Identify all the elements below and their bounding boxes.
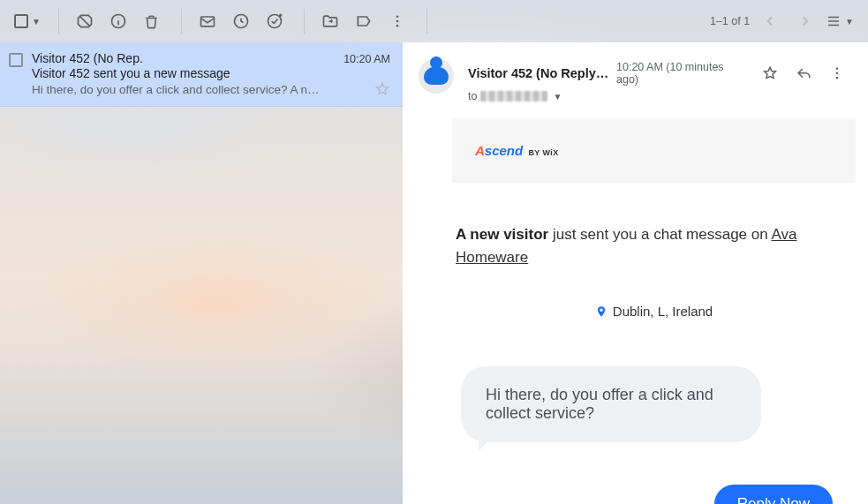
mark-unread-icon[interactable]: [191, 4, 224, 38]
star-icon[interactable]: [374, 81, 390, 97]
recipient-line[interactable]: to ▼: [468, 90, 852, 102]
location-pin-icon: [595, 305, 608, 319]
star-icon[interactable]: [755, 58, 785, 88]
delete-icon[interactable]: [135, 4, 169, 38]
chat-bubble: Hi there, do you offer a click and colle…: [461, 366, 761, 442]
labels-icon[interactable]: [347, 4, 381, 38]
row-sender: Visitor 452 (No Rep.: [32, 51, 143, 65]
svg-point-10: [396, 20, 399, 23]
svg-point-15: [836, 67, 839, 70]
header-time: 10:20 AM (10 minutes ago): [616, 61, 748, 86]
avatar: [419, 58, 454, 94]
visitor-location: Dublin, L, Ireland: [452, 304, 856, 319]
row-snippet: Hi there, do you offer a click and colle…: [32, 83, 323, 96]
snooze-icon[interactable]: [224, 4, 258, 38]
row-time: 10:20 AM: [343, 53, 390, 65]
move-to-icon[interactable]: [313, 4, 347, 38]
select-all-checkbox[interactable]: ▼: [9, 14, 46, 28]
reply-now-button[interactable]: Reply Now: [714, 485, 833, 504]
split-pane-toggle[interactable]: ▼: [820, 13, 859, 29]
svg-point-16: [836, 72, 839, 75]
message-header: Visitor 452 (No Reply)... 10:20 AM (10 m…: [403, 42, 868, 102]
message-row[interactable]: Visitor 452 (No Rep. 10:20 AM Visitor 45…: [0, 42, 403, 107]
reading-pane: Visitor 452 (No Reply)... 10:20 AM (10 m…: [403, 42, 868, 504]
svg-line-0: [79, 16, 90, 26]
svg-rect-4: [200, 17, 214, 26]
ascend-logo: Ascend BY WiX: [475, 143, 559, 158]
more-icon[interactable]: [381, 4, 414, 38]
brand-banner: Ascend BY WiX: [452, 118, 856, 183]
pager: 1–1 of 1: [710, 6, 820, 36]
prev-page-icon[interactable]: [755, 6, 785, 36]
svg-point-11: [396, 25, 399, 27]
next-page-icon[interactable]: [790, 6, 820, 36]
reply-icon[interactable]: [789, 58, 819, 88]
caret-down-icon: ▼: [845, 17, 854, 26]
row-checkbox[interactable]: [9, 53, 23, 67]
caret-down-icon: ▼: [553, 92, 562, 102]
toolbar: ▼ 1–1 of: [0, 0, 868, 42]
info-icon[interactable]: [102, 4, 135, 38]
message-list-pane: Visitor 452 (No Rep. 10:20 AM Visitor 45…: [0, 42, 403, 504]
caret-down-icon: ▼: [32, 17, 41, 26]
recipient-redacted: [480, 91, 547, 102]
svg-point-9: [396, 15, 399, 18]
row-subject: Visitor 452 sent you a new message: [32, 66, 390, 80]
to-prefix: to: [468, 90, 477, 102]
add-task-icon[interactable]: [258, 4, 291, 38]
report-spam-icon[interactable]: [68, 4, 102, 38]
intro-text: A new visitor just sent you a chat messa…: [456, 223, 852, 268]
pager-text: 1–1 of 1: [710, 15, 750, 27]
more-icon[interactable]: [822, 58, 852, 88]
svg-point-6: [268, 15, 281, 28]
header-sender: Visitor 452 (No Reply)...: [468, 66, 609, 80]
message-body: Ascend BY WiX A new visitor just sent yo…: [403, 102, 868, 504]
svg-point-17: [836, 77, 839, 79]
